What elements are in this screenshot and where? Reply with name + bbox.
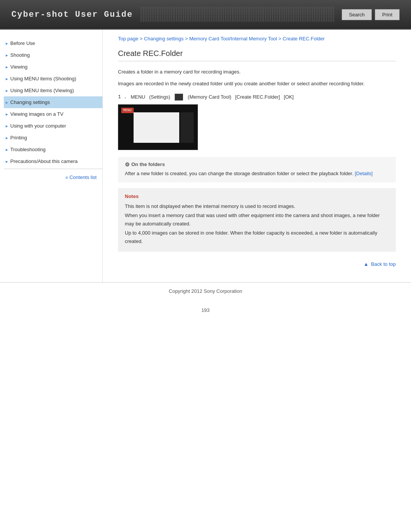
sidebar-item-printing[interactable]: ▸ Printing — [4, 132, 102, 144]
step-memory-card: (Memory Card Tool) — [188, 94, 231, 100]
step-settings: (Settings) — [149, 94, 170, 100]
sidebar-item-using-menu-shooting[interactable]: ▸ Using MENU items (Shooting) — [4, 73, 102, 85]
sidebar-item-shooting[interactable]: ▸ Shooting — [4, 49, 102, 61]
sidebar-item-using-computer[interactable]: ▸ Using with your computer — [4, 120, 102, 132]
bullet-icon: ▸ — [6, 76, 8, 81]
bullet-icon: ▸ — [6, 100, 8, 105]
intro-para-2: Images are recorded in the newly created… — [118, 80, 396, 88]
sidebar-item-label: Shooting — [10, 52, 30, 58]
print-button[interactable]: Print — [375, 9, 400, 20]
page-number: 193 — [0, 300, 411, 317]
black-rect — [180, 112, 194, 143]
screenshot-image: MENU — [118, 104, 198, 150]
header-decoration — [140, 7, 334, 22]
contents-list-link[interactable]: ≡ Contents list — [4, 171, 102, 180]
notes-title: Notes — [125, 193, 389, 199]
header: Cyber-shot User Guide Search Print — [0, 0, 411, 30]
notes-box: Notes This item is not displayed when th… — [118, 188, 396, 252]
bullet-icon: ▸ — [6, 135, 8, 141]
bullet-icon: ▸ — [6, 147, 8, 152]
sidebar: ▸ Before Use ▸ Shooting ▸ Viewing ▸ Usin… — [0, 30, 103, 282]
white-rect — [134, 112, 179, 143]
sidebar-item-label: Using with your computer — [10, 123, 66, 129]
sidebar-item-before-use[interactable]: ▸ Before Use — [4, 37, 102, 49]
breadcrumb-changing-settings[interactable]: Changing settings — [144, 36, 183, 42]
sidebar-item-label: Troubleshooting — [10, 147, 46, 152]
sidebar-item-label: Precautions/About this camera — [10, 158, 78, 164]
step-row: 1 . MENU (Settings) (Memory Card Tool) [… — [118, 94, 396, 101]
bullet-icon: ▸ — [6, 159, 8, 164]
page-title: Create REC.Folder — [118, 49, 396, 61]
intro-para-1: Creates a folder in a memory card for re… — [118, 68, 396, 76]
breadcrumb-top-page[interactable]: Top page — [118, 36, 139, 42]
breadcrumb-sep1: > — [140, 36, 144, 42]
breadcrumb-memory-card-tool[interactable]: Memory Card Tool/Internal Memory Tool — [189, 36, 277, 42]
copyright-text: Copyright 2012 Sony Corporation — [169, 288, 242, 294]
sidebar-item-precautions[interactable]: ▸ Precautions/About this camera — [4, 155, 102, 167]
breadcrumb-sep3: > — [279, 36, 283, 42]
bullet-icon: ▸ — [6, 123, 8, 129]
content-area: Top page > Changing settings > Memory Ca… — [103, 30, 411, 282]
tips-title-text: On the folders — [131, 161, 165, 167]
step-ok: [OK] — [284, 94, 294, 100]
sidebar-item-changing-settings[interactable]: ▸ Changing settings — [4, 96, 102, 108]
tips-box: ⚙ On the folders After a new folder is c… — [118, 157, 396, 182]
notes-item-1: This item is not displayed when the inte… — [125, 202, 389, 211]
sidebar-item-using-menu-viewing[interactable]: ▸ Using MENU items (Viewing) — [4, 85, 102, 96]
sidebar-item-label: Changing settings — [10, 99, 50, 105]
sidebar-item-label: Using MENU items (Shooting) — [10, 76, 76, 81]
app-title: Cyber-shot User Guide — [11, 10, 133, 19]
tips-details-link[interactable]: [Details] — [355, 171, 373, 176]
tips-body: After a new folder is created, you can c… — [125, 171, 354, 176]
breadcrumb: Top page > Changing settings > Memory Ca… — [118, 35, 396, 42]
back-to-top-label: Back to top — [371, 261, 396, 267]
sidebar-item-label: Viewing — [10, 64, 27, 70]
notes-item-3: Up to 4,000 images can be stored in one … — [125, 229, 389, 246]
back-to-top: ▲ Back to top — [118, 257, 396, 275]
tips-title: ⚙ On the folders — [125, 161, 389, 168]
bullet-icon: ▸ — [6, 112, 8, 117]
list-icon: ≡ — [65, 175, 68, 180]
bullet-icon: ▸ — [6, 88, 8, 93]
step-number: 1 . — [118, 94, 127, 100]
search-button[interactable]: Search — [342, 9, 372, 20]
contents-list-label: Contents list — [69, 174, 97, 180]
notes-item-2: When you insert a memory card that was u… — [125, 211, 389, 228]
bullet-icon: ▸ — [6, 53, 8, 58]
sidebar-item-label: Before Use — [10, 40, 35, 46]
back-to-top-link[interactable]: ▲ Back to top — [363, 261, 396, 267]
step-create-folder: [Create REC.Folder] — [235, 94, 280, 100]
sidebar-item-label: Using MENU items (Viewing) — [10, 88, 74, 93]
sidebar-item-troubleshooting[interactable]: ▸ Troubleshooting — [4, 144, 102, 155]
gear-icon: ⚙ — [125, 161, 130, 168]
menu-icon — [175, 94, 183, 101]
tips-text: After a new folder is created, you can c… — [125, 170, 389, 178]
sidebar-item-label: Viewing images on a TV — [10, 111, 64, 117]
step-menu: MENU — [131, 94, 145, 100]
sidebar-item-viewing-tv[interactable]: ▸ Viewing images on a TV — [4, 108, 102, 120]
menu-label: MENU — [121, 108, 134, 113]
screenshot-area: MENU — [118, 104, 396, 150]
main-layout: ▸ Before Use ▸ Shooting ▸ Viewing ▸ Usin… — [0, 30, 411, 282]
arrow-up-icon: ▲ — [363, 261, 368, 267]
bullet-icon: ▸ — [6, 64, 8, 70]
bullet-icon: ▸ — [6, 41, 8, 46]
sidebar-divider — [4, 169, 102, 169]
sidebar-item-viewing[interactable]: ▸ Viewing — [4, 61, 102, 73]
header-buttons: Search Print — [342, 9, 400, 20]
sidebar-item-label: Printing — [10, 135, 27, 141]
footer: Copyright 2012 Sony Corporation — [0, 282, 411, 300]
breadcrumb-sep2: > — [185, 36, 189, 42]
breadcrumb-create-rec-folder[interactable]: Create REC.Folder — [283, 36, 325, 42]
